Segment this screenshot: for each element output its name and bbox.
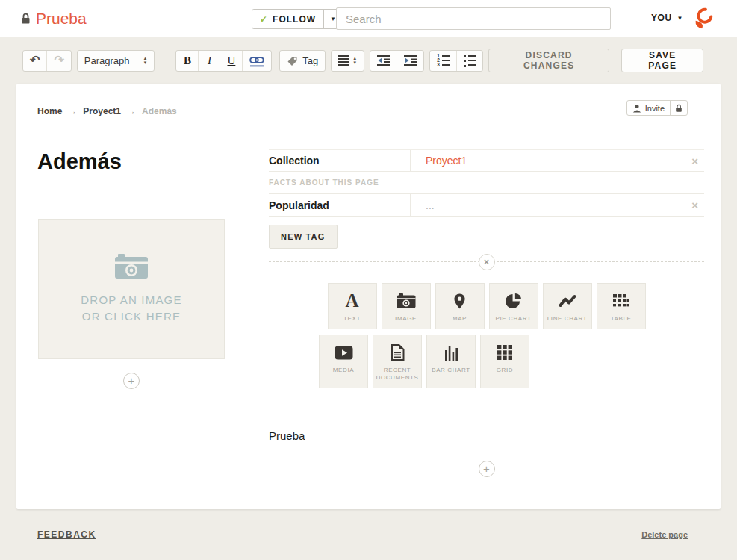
link-icon [249, 55, 264, 67]
arrow-right-icon: → [127, 106, 136, 116]
link-button[interactable] [242, 51, 271, 71]
paragraph-style-group: Paragraph ▲▼ [77, 50, 155, 72]
undo-icon: ↶ [30, 55, 40, 66]
align-icon [338, 55, 349, 66]
topbar: Prueba ✓ FOLLOW ▼ YOU ▼ [0, 0, 737, 37]
remove-fact-button[interactable]: × [685, 155, 704, 167]
page-footer: FEEDBACK Delete page [0, 509, 737, 560]
close-widget-picker-button[interactable]: × [479, 254, 495, 270]
invite-privacy-button[interactable] [670, 101, 687, 115]
close-icon: × [691, 199, 698, 211]
bullet-list-icon [464, 55, 476, 67]
fact-value[interactable]: ... [411, 199, 685, 211]
media-play-icon [335, 343, 353, 361]
fact-label: Popularidad [269, 194, 411, 216]
widget-tile-recent-documents[interactable]: RECENT DOCUMENTS [373, 335, 422, 388]
invite-button[interactable]: Invite [627, 101, 670, 115]
list-group: 123 [429, 50, 483, 72]
chevron-down-icon: ▼ [330, 16, 336, 22]
save-page-button[interactable]: SAVE PAGE [621, 49, 703, 72]
stepper-arrows-icon: ▲▼ [352, 57, 357, 65]
widget-label: IMAGE [395, 315, 417, 323]
add-block-button-left[interactable]: + [123, 373, 140, 389]
breadcrumb: Home → Proyect1 → Además [37, 106, 177, 116]
chevron-down-icon: ▼ [677, 15, 683, 22]
feedback-link[interactable]: FEEDBACK [37, 529, 96, 540]
plus-icon: + [128, 374, 135, 387]
arrow-right-icon: → [68, 106, 77, 116]
site-identity[interactable]: Prueba [21, 10, 87, 28]
align-select[interactable]: ▲▼ [332, 51, 364, 71]
breadcrumb-current-page: Además [142, 106, 177, 116]
follow-button[interactable]: ✓ FOLLOW [252, 10, 323, 28]
tag-group: Tag [279, 50, 326, 72]
italic-button[interactable]: I [198, 51, 220, 71]
page-title: Además [37, 149, 122, 174]
underline-icon: U [227, 55, 235, 67]
bold-button[interactable]: B [176, 51, 198, 71]
delete-page-link[interactable]: Delete page [641, 530, 688, 539]
remove-fact-button[interactable]: × [685, 199, 704, 211]
ordered-list-button[interactable]: 123 [430, 51, 456, 71]
paragraph-style-select[interactable]: Paragraph ▲▼ [78, 51, 155, 71]
widget-tile-table[interactable]: TABLE [597, 283, 646, 329]
fact-value[interactable]: Proyect1 [411, 155, 685, 167]
tag-button[interactable]: Tag [280, 51, 325, 71]
new-tag-button[interactable]: NEW TAG [269, 225, 338, 249]
italic-icon: I [208, 55, 211, 67]
editor-toolbar: ↶ ↷ Paragraph ▲▼ B I U Tag [0, 37, 737, 84]
redo-button[interactable]: ↷ [46, 51, 70, 71]
widget-row: MEDIA RECENT DOCUMENTS [269, 335, 704, 388]
content-separator [269, 414, 704, 414]
widget-tile-image[interactable]: IMAGE [382, 283, 431, 329]
facts-section-heading: FACTS ABOUT THIS PAGE [269, 172, 704, 194]
indent-button[interactable] [397, 51, 423, 71]
widget-tile-pie-chart[interactable]: PIE CHART [489, 283, 538, 329]
invite-button-group: Invite [626, 100, 688, 116]
invite-label: Invite [645, 104, 665, 113]
ordered-list-icon: 123 [437, 54, 450, 67]
widget-label: MEDIA [333, 367, 354, 374]
grid-icon [497, 343, 512, 361]
table-icon [613, 292, 629, 310]
widget-label: BAR CHART [432, 367, 470, 374]
close-icon: × [691, 155, 698, 167]
tag-label: Tag [302, 55, 318, 66]
widget-tile-line-chart[interactable]: LINE CHART [543, 283, 592, 329]
widget-tile-grid[interactable]: GRID [480, 335, 529, 388]
breadcrumb-collection[interactable]: Proyect1 [83, 106, 121, 116]
brand-logo-icon[interactable] [691, 6, 716, 31]
format-group: B I U [175, 50, 272, 72]
widget-row: A TEXT IMAGE [269, 283, 704, 329]
fact-row-collection: Collection Proyect1 × [269, 149, 704, 172]
lock-icon [675, 104, 682, 113]
map-pin-icon [453, 292, 466, 310]
user-menu[interactable]: YOU ▼ [651, 13, 683, 23]
discard-changes-button[interactable]: DISCARD CHANGES [488, 49, 610, 72]
undo-redo-group: ↶ ↷ [22, 50, 72, 72]
document-icon [391, 343, 405, 361]
outdent-button[interactable] [370, 51, 397, 71]
lock-icon [21, 13, 31, 25]
bullet-list-button[interactable] [456, 51, 482, 71]
check-icon: ✓ [260, 14, 268, 25]
widget-picker-separator: × [269, 261, 704, 262]
person-icon [632, 104, 641, 113]
search-input[interactable] [336, 7, 611, 30]
undo-button[interactable]: ↶ [23, 51, 46, 71]
breadcrumb-home[interactable]: Home [37, 106, 62, 116]
image-dropzone[interactable]: DROP AN IMAGE OR CLICK HERE [38, 219, 225, 359]
text-icon: A [345, 292, 358, 310]
underline-button[interactable]: U [220, 51, 242, 71]
widget-tile-text[interactable]: A TEXT [328, 283, 377, 329]
widget-tile-media[interactable]: MEDIA [319, 335, 368, 388]
add-block-button-right[interactable]: + [479, 461, 495, 477]
follow-button-group: ✓ FOLLOW ▼ [252, 9, 343, 29]
widget-tile-map[interactable]: MAP [435, 283, 485, 329]
widget-tile-bar-chart[interactable]: BAR CHART [426, 335, 476, 388]
widget-label: TABLE [611, 315, 632, 323]
camera-icon [397, 292, 416, 310]
indent-group [370, 50, 424, 72]
close-icon: × [484, 257, 489, 267]
body-paragraph[interactable]: Prueba [269, 429, 704, 442]
